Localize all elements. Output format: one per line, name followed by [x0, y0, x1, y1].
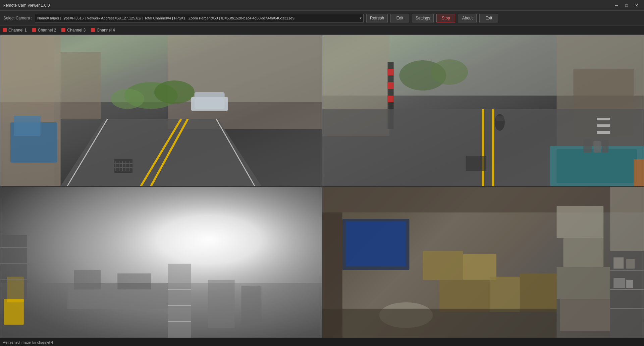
svg-line-10 [67, 119, 108, 186]
svg-rect-2 [61, 52, 101, 119]
svg-rect-27 [388, 69, 394, 75]
channel-tab-2[interactable]: Channel 2 [32, 28, 56, 33]
svg-rect-90 [322, 309, 557, 338]
svg-rect-3 [168, 35, 322, 129]
svg-rect-66 [322, 187, 644, 338]
app-title: Remote Cam Viewer 1.0.0 [3, 3, 50, 8]
titlebar: Remote Cam Viewer 1.0.0 ─ □ ✕ [0, 0, 644, 11]
toolbar: Select Camera : Name=Taipei | Type=Hi351… [0, 11, 644, 25]
svg-rect-59 [117, 274, 151, 290]
svg-rect-69 [346, 221, 406, 266]
camera-select[interactable]: Name=Taipei | Type=Hi3516 | Network Addr… [35, 14, 364, 22]
svg-rect-60 [168, 264, 191, 338]
camera-view-4[interactable] [322, 186, 644, 338]
status-message: Refreshed image for channel 4 [3, 340, 53, 344]
channel-label-2: Channel 2 [38, 28, 56, 33]
svg-rect-57 [67, 283, 168, 309]
channel-bar: Channel 1 Channel 2 Channel 3 Channel 4 [0, 25, 644, 35]
svg-point-6 [111, 89, 144, 109]
settings-button[interactable]: Settings [412, 14, 434, 22]
svg-rect-25 [322, 35, 389, 136]
svg-rect-77 [564, 238, 604, 267]
channel-label-1: Channel 1 [8, 28, 27, 33]
svg-rect-24 [322, 35, 644, 96]
svg-rect-30 [557, 35, 644, 153]
channel-dot-4 [91, 28, 95, 32]
svg-rect-67 [322, 187, 644, 213]
stop-button[interactable]: Stop [436, 14, 455, 22]
svg-rect-76 [557, 206, 604, 238]
edit-button[interactable]: Edit [390, 14, 409, 22]
svg-rect-72 [463, 254, 496, 280]
svg-rect-81 [610, 251, 644, 338]
svg-rect-15 [14, 116, 41, 136]
svg-rect-73 [439, 280, 490, 312]
svg-rect-28 [388, 82, 394, 89]
svg-rect-13 [191, 97, 228, 111]
svg-rect-80 [610, 187, 644, 251]
svg-line-11 [216, 119, 255, 186]
camera-label: Select Camera : [3, 16, 32, 20]
refresh-button[interactable]: Refresh [366, 14, 388, 22]
channel-dot-3 [61, 28, 65, 32]
svg-rect-45 [466, 156, 486, 171]
svg-rect-49 [0, 283, 322, 338]
channel-label-4: Channel 4 [97, 28, 115, 33]
svg-line-8 [141, 119, 181, 186]
camera-grid [0, 35, 644, 338]
svg-point-89 [379, 302, 433, 328]
svg-rect-74 [490, 277, 520, 312]
svg-rect-51 [4, 299, 24, 325]
svg-marker-34 [322, 109, 644, 186]
svg-rect-85 [613, 257, 624, 269]
svg-rect-64 [208, 280, 235, 328]
svg-rect-47 [593, 141, 601, 153]
svg-rect-44 [634, 159, 644, 186]
channel-dot-2 [32, 28, 36, 32]
svg-rect-68 [342, 219, 410, 270]
svg-rect-71 [423, 251, 463, 280]
svg-rect-58 [74, 270, 101, 289]
svg-line-9 [151, 119, 188, 186]
camera-view-3[interactable] [0, 186, 322, 338]
svg-rect-75 [520, 274, 557, 312]
svg-rect-88 [626, 280, 633, 288]
svg-rect-42 [550, 146, 644, 186]
svg-rect-16 [114, 159, 132, 173]
channel-tab-1[interactable]: Channel 1 [3, 28, 27, 33]
titlebar-controls: ─ □ ✕ [612, 2, 641, 9]
channel-tab-3[interactable]: Channel 3 [61, 28, 86, 33]
svg-rect-86 [626, 259, 635, 269]
svg-rect-43 [557, 149, 637, 183]
camera-view-1[interactable] [0, 35, 322, 186]
svg-rect-31 [573, 69, 634, 136]
channel-tab-4[interactable]: Channel 4 [91, 28, 115, 33]
svg-marker-7 [61, 119, 262, 186]
minimize-button[interactable]: ─ [612, 2, 621, 9]
close-button[interactable]: ✕ [632, 2, 641, 9]
camera-select-wrapper: Name=Taipei | Type=Hi3516 | Network Addr… [35, 14, 364, 22]
svg-rect-0 [0, 35, 322, 102]
about-button[interactable]: About [458, 14, 477, 22]
svg-rect-1 [0, 35, 61, 186]
svg-rect-52 [7, 277, 24, 302]
svg-rect-29 [388, 96, 394, 102]
svg-point-4 [124, 82, 178, 109]
exit-button[interactable]: Exit [479, 14, 498, 22]
camera-view-2[interactable] [322, 35, 644, 186]
svg-rect-46 [583, 139, 592, 153]
svg-rect-12 [195, 92, 225, 109]
svg-rect-26 [388, 62, 394, 129]
svg-rect-79 [560, 299, 610, 331]
svg-rect-65 [241, 286, 262, 325]
svg-rect-53 [0, 235, 27, 299]
svg-point-5 [154, 80, 195, 104]
maximize-button[interactable]: □ [622, 2, 631, 9]
svg-rect-50 [0, 187, 322, 338]
svg-rect-14 [10, 122, 57, 163]
channel-dot-1 [3, 28, 7, 32]
svg-point-40 [495, 114, 505, 131]
svg-rect-41 [496, 116, 504, 121]
svg-rect-87 [613, 278, 625, 288]
svg-point-32 [399, 60, 446, 91]
